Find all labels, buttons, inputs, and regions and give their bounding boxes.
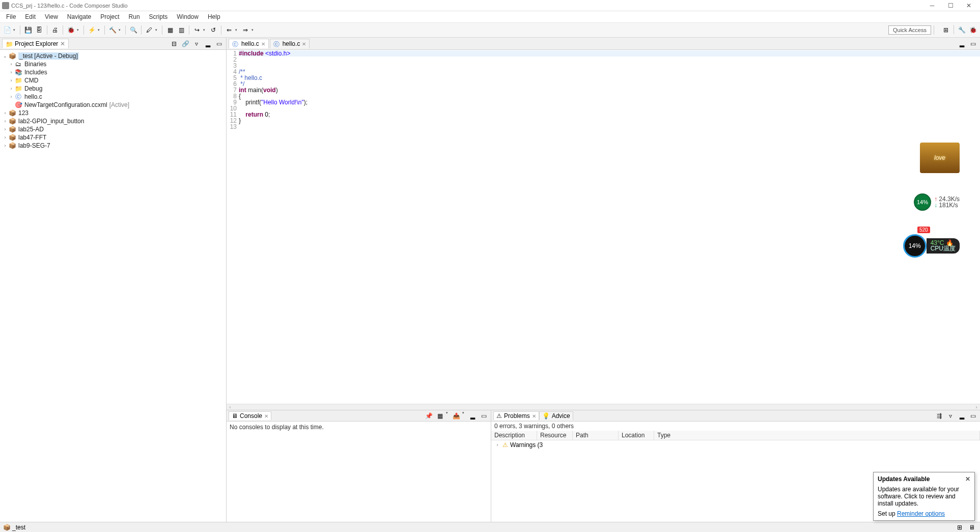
menu-scripts[interactable]: Scripts [145, 12, 172, 21]
minimize-view-button[interactable]: ▂ [203, 39, 213, 49]
scroll-right-icon[interactable]: › [973, 405, 980, 410]
status-console-button[interactable]: 🖥 [967, 522, 977, 533]
tree-project-lab47[interactable]: › 📦 lab47-FFT [1, 133, 225, 142]
step-return-button[interactable]: ↪ [192, 25, 202, 35]
perspective-ccs-button[interactable]: 🔧 [957, 25, 967, 35]
tree-item-cmd[interactable]: › 📁 CMD [1, 76, 225, 85]
print-button[interactable]: 🖨 [50, 25, 60, 35]
close-icon[interactable]: ✕ [532, 413, 536, 419]
build-dropdown[interactable]: ▾ [119, 28, 123, 32]
build-button[interactable]: 🔨 [107, 25, 118, 35]
maximize-button[interactable]: ☐ [941, 1, 960, 11]
new-dropdown[interactable]: ▾ [13, 28, 17, 32]
maximize-problems-button[interactable]: ▭ [968, 411, 978, 421]
close-icon[interactable]: ✕ [965, 475, 970, 483]
minimize-console-button[interactable]: ▂ [467, 411, 478, 421]
menu-view[interactable]: View [41, 12, 62, 21]
close-icon[interactable]: ✕ [302, 41, 306, 47]
chevron-right-icon[interactable]: › [2, 127, 8, 132]
menu-navigate[interactable]: Navigate [63, 12, 95, 21]
editor-tab-hello-2[interactable]: ⓒ hello.c ✕ [270, 39, 310, 48]
chevron-right-icon[interactable]: › [2, 135, 8, 140]
search-button[interactable]: 🔍 [128, 25, 138, 35]
flash-dropdown[interactable]: ▾ [98, 28, 102, 32]
filter-button[interactable]: ⇶ [934, 411, 944, 421]
chevron-right-icon[interactable]: › [8, 86, 14, 91]
editor-tab-hello-1[interactable]: ⓒ hello.c ✕ [229, 39, 269, 48]
close-icon[interactable]: ✕ [264, 413, 268, 419]
chevron-right-icon[interactable]: › [2, 119, 8, 124]
tree-project-lab9[interactable]: › 📦 lab9-SEG-7 [1, 142, 225, 150]
maximize-editor-button[interactable]: ▭ [968, 39, 978, 49]
code-editor[interactable]: 12345678910111213 #include <stdio.h> /**… [227, 50, 980, 404]
perspective-open-button[interactable]: ⊞ [941, 25, 951, 35]
col-resource[interactable]: Resource [537, 431, 573, 440]
forward-button[interactable]: ⇒ [240, 25, 250, 35]
problems-tab[interactable]: ⚠ Problems ✕ [493, 411, 539, 420]
desktop-widget-network[interactable]: 14% 24.3K/s 181K/s [914, 193, 960, 211]
tree-project-lab25[interactable]: › 📦 lab25-AD [1, 125, 225, 133]
minimize-editor-button[interactable]: ▂ [957, 39, 967, 49]
reminder-options-link[interactable]: Reminder options [897, 510, 945, 517]
chevron-right-icon[interactable]: › [8, 62, 14, 67]
console-pin-button[interactable]: 📌 [424, 411, 434, 421]
tree-project-lab2[interactable]: › 📦 lab2-GPIO_input_button [1, 117, 225, 125]
menu-window[interactable]: Window [173, 12, 203, 21]
chevron-right-icon[interactable]: › [8, 78, 14, 83]
col-description[interactable]: Description [491, 431, 537, 440]
console-tab[interactable]: 🖥 Console ✕ [229, 411, 271, 420]
grid2-button[interactable]: ▥ [176, 25, 186, 35]
chevron-down-icon[interactable]: ⌄ [2, 53, 8, 59]
editor-scrollbar-h[interactable]: ‹ › [227, 404, 980, 410]
menu-help[interactable]: Help [204, 12, 225, 21]
desktop-widget-love[interactable]: love [920, 143, 960, 173]
view-menu-button[interactable]: ▿ [191, 39, 202, 49]
highlight-button[interactable]: 🖊 [144, 25, 154, 35]
new-button[interactable]: 📄 [2, 25, 12, 35]
perspective-debug-button[interactable]: 🐞 [968, 25, 978, 35]
advice-tab[interactable]: 💡 Advice [539, 411, 573, 420]
save-button[interactable]: 💾 [23, 25, 33, 35]
highlight-dropdown[interactable]: ▾ [155, 28, 159, 32]
view-menu-button[interactable]: ▿ [945, 411, 956, 421]
maximize-view-button[interactable]: ▭ [214, 39, 224, 49]
code-area[interactable]: #include <stdio.h> /** * hello.c */int m… [239, 50, 980, 404]
tree-item-debug[interactable]: › 📁 Debug [1, 85, 225, 93]
collapse-all-button[interactable]: ⊟ [169, 39, 179, 49]
tree-project-active[interactable]: ⌄ 📦 _test [Active - Debug] [1, 52, 225, 60]
maximize-console-button[interactable]: ▭ [479, 411, 489, 421]
chevron-right-icon[interactable]: › [2, 110, 8, 116]
desktop-widget-cpu[interactable]: 14% 520 43°C 🔥 CPU温度 [903, 234, 960, 258]
link-editor-button[interactable]: 🔗 [180, 39, 190, 49]
console-open-button[interactable]: 📤 [451, 411, 461, 421]
minimize-button[interactable]: ─ [923, 1, 941, 11]
chevron-right-icon[interactable]: › [8, 94, 14, 99]
flash-button[interactable]: ⚡ [87, 25, 97, 35]
project-explorer-tab[interactable]: 📁 Project Explorer ✕ [2, 39, 69, 48]
status-views-button[interactable]: ⊞ [955, 522, 965, 533]
menu-edit[interactable]: Edit [21, 12, 40, 21]
debug-dropdown[interactable]: ▾ [77, 28, 81, 32]
col-path[interactable]: Path [573, 431, 619, 440]
close-icon[interactable]: ✕ [60, 40, 65, 47]
resume-button[interactable]: ↺ [208, 25, 218, 35]
tree-project-123[interactable]: › 📦 123 [1, 109, 225, 117]
tree-item-binaries[interactable]: › 🗂 Binaries [1, 60, 225, 68]
col-location[interactable]: Location [619, 431, 654, 440]
debug-button[interactable]: 🐞 [66, 25, 76, 35]
table-row-warnings[interactable]: › ⚠ Warnings (3 [491, 440, 980, 450]
quick-access-button[interactable]: Quick Access [888, 25, 931, 35]
minimize-problems-button[interactable]: ▂ [957, 411, 967, 421]
close-icon[interactable]: ✕ [261, 41, 265, 47]
console-display-button[interactable]: ▦ [435, 411, 445, 421]
grid-button[interactable]: ▦ [165, 25, 175, 35]
tree-item-hello-c[interactable]: › ⓒ hello.c [1, 93, 225, 101]
col-type[interactable]: Type [654, 431, 980, 440]
menu-run[interactable]: Run [125, 12, 144, 21]
close-button[interactable]: ✕ [960, 1, 978, 11]
chevron-right-icon[interactable]: › [494, 442, 500, 447]
back-button[interactable]: ⇐ [224, 25, 234, 35]
chevron-right-icon[interactable]: › [8, 70, 14, 75]
chevron-right-icon[interactable]: › [2, 143, 8, 148]
project-tree[interactable]: ⌄ 📦 _test [Active - Debug] › 🗂 Binaries … [0, 50, 226, 522]
